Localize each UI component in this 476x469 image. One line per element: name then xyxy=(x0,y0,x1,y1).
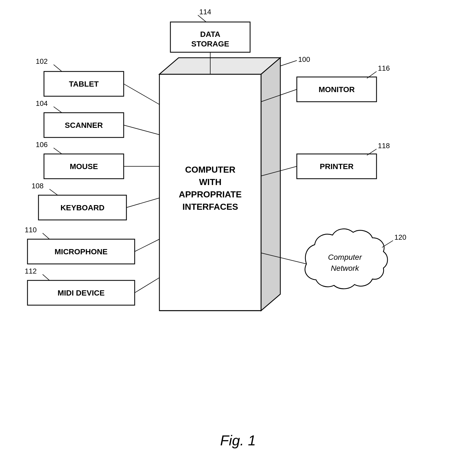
network-line1: Computer xyxy=(328,253,362,261)
svg-line-10 xyxy=(54,65,62,71)
svg-line-21 xyxy=(135,239,159,252)
network-line2: Network xyxy=(331,264,360,272)
svg-line-18 xyxy=(126,198,159,208)
scanner-label: SCANNER xyxy=(65,121,103,129)
svg-line-16 xyxy=(54,148,62,154)
svg-line-4 xyxy=(280,60,297,66)
keyboard-label: KEYBOARD xyxy=(60,203,104,212)
midi-label: MIDI DEVICE xyxy=(57,289,104,297)
svg-line-19 xyxy=(49,189,58,195)
ref-106: 106 xyxy=(36,140,48,149)
svg-marker-1 xyxy=(159,58,280,74)
center-box-line3: APPROPRIATE xyxy=(179,189,242,199)
ref-102: 102 xyxy=(36,57,48,65)
ref-108: 108 xyxy=(32,182,43,190)
monitor-label: MONITOR xyxy=(319,85,355,94)
center-box-line1: COMPUTER xyxy=(185,165,235,175)
svg-line-24 xyxy=(135,278,159,293)
svg-line-22 xyxy=(43,233,49,239)
diagram-container: COMPUTER WITH APPROPRIATE INTERFACES 100… xyxy=(0,0,476,469)
figure-caption: Fig. 1 xyxy=(220,432,256,448)
center-box-line2: WITH xyxy=(199,177,222,187)
ref-100: 100 xyxy=(298,55,310,64)
ref-118: 118 xyxy=(378,142,390,150)
mouse-label: MOUSE xyxy=(70,162,98,171)
svg-marker-2 xyxy=(261,58,280,311)
ref-120: 120 xyxy=(394,233,406,241)
printer-label: PRINTER xyxy=(320,162,354,171)
center-box-line4: INTERFACES xyxy=(182,202,238,212)
svg-line-12 xyxy=(124,125,159,135)
svg-line-33 xyxy=(382,241,393,247)
ref-116: 116 xyxy=(378,64,390,72)
ref-112: 112 xyxy=(25,267,37,275)
svg-line-25 xyxy=(43,274,49,280)
data-storage-line1: DATA xyxy=(200,30,220,38)
svg-line-7 xyxy=(198,15,206,22)
tablet-label: TABLET xyxy=(69,80,99,88)
ref-114: 114 xyxy=(199,8,211,16)
ref-110: 110 xyxy=(25,226,37,234)
svg-line-13 xyxy=(54,107,62,113)
ref-104: 104 xyxy=(36,99,48,107)
data-storage-line2: STORAGE xyxy=(191,40,229,48)
microphone-label: MICROPHONE xyxy=(55,247,108,256)
svg-line-9 xyxy=(124,84,159,104)
